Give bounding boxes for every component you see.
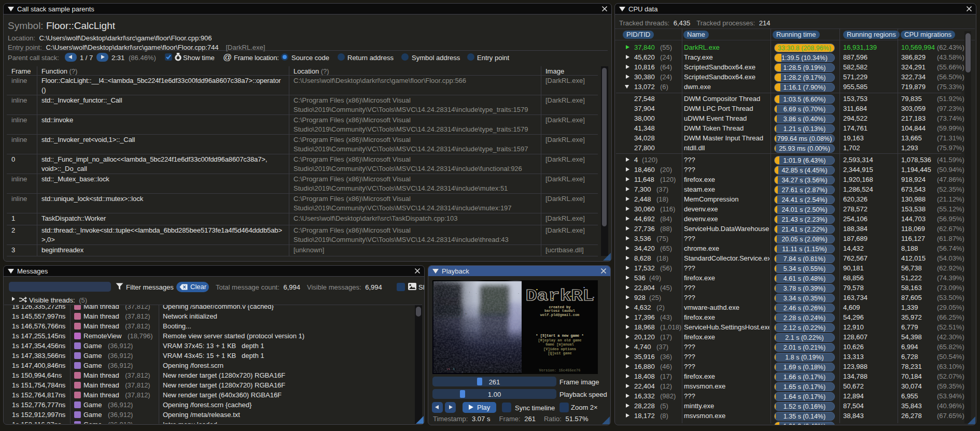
svg-text:b: b: [453, 368, 455, 371]
svg-text:v1: v1: [447, 368, 450, 371]
svg-text:DarkRL: DarkRL: [526, 287, 594, 305]
